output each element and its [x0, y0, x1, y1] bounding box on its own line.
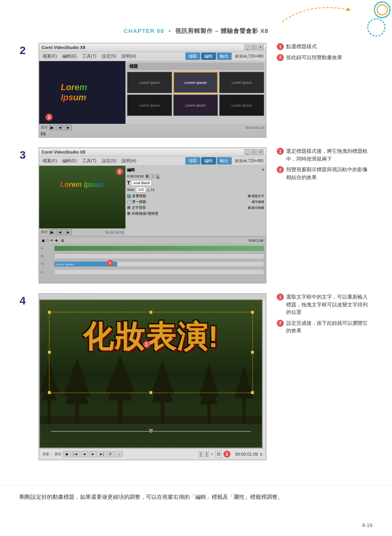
capture-btn-2[interactable]: 擷取 — [185, 53, 200, 60]
font-u[interactable]: U — [156, 174, 161, 179]
menu-tools-3[interactable]: 工具(T) — [81, 158, 98, 164]
multi-check[interactable] — [127, 194, 131, 198]
tl-btn2[interactable]: □ — [47, 239, 49, 243]
tl-btn4[interactable]: ✚ — [55, 239, 58, 243]
close-btn-3[interactable]: × — [258, 149, 263, 155]
edit-expand-3[interactable]: ∨ — [261, 167, 264, 173]
案子-label-4: 善案： — [42, 452, 53, 457]
bracket-right-4[interactable]: ] — [205, 451, 209, 457]
audio-4[interactable]: ♪ — [115, 451, 123, 457]
title-card-3[interactable]: Lorem ipsum — [219, 72, 264, 93]
svg-point-1 — [377, 5, 387, 15]
素材-label-2: 素材 — [41, 125, 48, 130]
font-row-3: T Arial Black — [127, 180, 264, 186]
prev-4[interactable]: ◄ — [80, 451, 88, 457]
vs-menu-3: 檔案(F) 編輯(E) 工具(T) 設定(S) 說明(H) 擷取 編輯 輸出 表… — [39, 156, 266, 166]
prev-frame-3[interactable]: ◄ — [56, 229, 64, 235]
menu-help-3[interactable]: 說明(H) — [120, 158, 137, 164]
next-frame-3[interactable]: ► — [65, 229, 72, 235]
tl-btn5[interactable]: ⊞ — [61, 239, 64, 243]
badge-4-1: 1 — [143, 341, 150, 348]
close-4[interactable]: × — [211, 451, 214, 457]
next-4[interactable]: ► — [89, 451, 97, 457]
vs-title-3: Corel VideoStudio X8 — [42, 150, 85, 154]
maximize-btn-2[interactable]: □ — [251, 45, 257, 50]
edit-label-3: 編輯 — [127, 167, 135, 173]
tl-clip-v[interactable] — [54, 246, 264, 251]
title-grid-2: Lorem ipsum Lorem ipsum Lorem ipsum Lore… — [127, 72, 264, 116]
text-bg-label: 圖 文字背景 — [127, 205, 146, 210]
menu-tools-2[interactable]: 工具(T) — [81, 53, 98, 60]
badge-3-2: 2 — [116, 168, 123, 175]
menu-help-2[interactable]: 說明(H) — [120, 53, 137, 60]
tl-text-clip-label: Lorem ipsum... — [56, 263, 76, 266]
edit-btn-3[interactable]: 編輯 — [201, 157, 216, 165]
title-card-1[interactable]: Lorem ipsum — [127, 72, 172, 93]
tl-btn1[interactable]: ▣ — [42, 239, 45, 243]
tl-track-t: Lorem ipsum... 1 — [54, 261, 264, 267]
tl-btn3[interactable]: ⟲ — [50, 239, 53, 243]
timeline-track-title: T□ Lorem ipsum... 1 — [41, 261, 264, 268]
prev-btn-2[interactable]: ◄ — [56, 125, 64, 130]
title-card-4[interactable]: Lorem ipsum — [127, 94, 172, 116]
vs-preview-bottom-2: 素材 ▶ ◄ ► 00:00:02:29 — [39, 124, 266, 131]
timeline-track-video: V — [41, 245, 264, 252]
size-spacing-3[interactable]: △ 11 — [147, 188, 155, 192]
tl-time: 0:00:1:00 — [249, 239, 263, 243]
next-btn-2[interactable]: ► — [65, 125, 72, 130]
play-btn-2[interactable]: ▶ — [49, 125, 55, 130]
edit-panel-header-3: 編輯 ∨ — [127, 167, 264, 173]
minimize-btn-3[interactable]: _ — [245, 149, 250, 155]
multi-title-label: 多重標題 — [132, 194, 146, 199]
timeline-toolbar-3: ▣ □ ⟲ ✚ ⊞ 0:00:1:00 — [41, 238, 264, 243]
video-overlay-label: 圖 顯示格楼 — [248, 206, 264, 210]
title-card-2[interactable]: Lorem ipsum — [173, 72, 218, 93]
capture-btn-3[interactable]: 擷取 — [185, 157, 200, 165]
play-btn-3[interactable]: ▶ — [49, 229, 55, 235]
menu-settings-3[interactable]: 設定(S) — [101, 158, 118, 164]
loop-4[interactable]: ↺ — [106, 451, 114, 457]
title-card-5[interactable]: Lorem ipsum — [173, 94, 218, 116]
menu-file-2[interactable]: 檔案(F) — [42, 53, 58, 60]
bullet-3-1: 1 — [277, 148, 284, 155]
minimize-btn-2[interactable]: _ — [245, 45, 250, 50]
size-label-3: Size: — [127, 188, 135, 192]
bracket-left-4[interactable]: [ — [199, 451, 203, 457]
step-4-number: 4 — [20, 295, 32, 307]
chapter-title: 視訊剪輯製作 – 體驗會聲會影 X8 — [175, 27, 268, 34]
menu-edit-2[interactable]: 編輯(E) — [61, 53, 78, 60]
time-row-3: 0:00:03:00 B I U — [127, 174, 264, 179]
vs-window-3: Corel VideoStudio X8 _ □ × 檔案(F) 編輯(E) 工… — [39, 148, 266, 283]
play-4[interactable]: ▶ — [63, 451, 71, 457]
font-name-3[interactable]: Arial Black — [131, 180, 152, 186]
size-val-3[interactable]: 120 — [136, 187, 146, 192]
font-i[interactable]: I — [151, 174, 154, 179]
maximize-btn-3[interactable]: □ — [251, 149, 257, 155]
to-end-4[interactable]: ►| — [98, 451, 105, 457]
single-title-row: 單一標題 傅字幕標 — [127, 199, 264, 205]
output-btn-2[interactable]: 輸出 — [217, 53, 232, 60]
to-start-4[interactable]: |◄ — [72, 451, 80, 457]
menu-file-3[interactable]: 檔案(F) — [42, 158, 58, 164]
font-b[interactable]: B — [145, 174, 150, 179]
trad-title-label: 傅字幕標 — [252, 200, 264, 204]
single-check[interactable] — [127, 200, 131, 204]
time-spin-4[interactable]: ⇅ — [260, 452, 263, 456]
preview-bg-3 — [39, 166, 125, 228]
menu-settings-2[interactable]: 設定(S) — [101, 53, 118, 60]
section-4-screenshot: · · · · · · · · · · · · · · · · — [38, 293, 267, 460]
note-2-2-text: 按此鈕可以預覽動畫效果 — [286, 54, 342, 62]
menu-edit-3[interactable]: 編輯(E) — [61, 158, 78, 164]
note-4-1-text: 選取文字框中的文字，可以重新輸入標題，拖曳文字框可以改變文字排列的位置 — [286, 293, 372, 316]
bottom-paragraph: 剛剛設定好的動畫標題，如果還要做更細項的調整，可以在視窗右側的「編輯」標籤及「屬… — [0, 485, 392, 508]
multi-title-row: 多重標題 圖 標題文字 — [127, 194, 264, 199]
title-card-6[interactable]: Lorem ipsum — [219, 94, 264, 116]
title-panel-2: 標題 Lorem ipsum Lorem ipsum Lorem ipsum — [125, 61, 266, 124]
copy-4[interactable]: ⧉ — [215, 450, 222, 458]
bullet-4-1: 1 — [277, 293, 284, 301]
output-btn-3[interactable]: 輸出 — [217, 157, 232, 165]
note-3-2-text: 預覽視窗顯示標題與視訊軌中的影像相結合的效果 — [286, 166, 372, 181]
edit-btn-2[interactable]: 編輯 — [201, 53, 216, 60]
close-btn-2[interactable]: × — [258, 45, 263, 50]
tree-svg — [40, 353, 262, 424]
